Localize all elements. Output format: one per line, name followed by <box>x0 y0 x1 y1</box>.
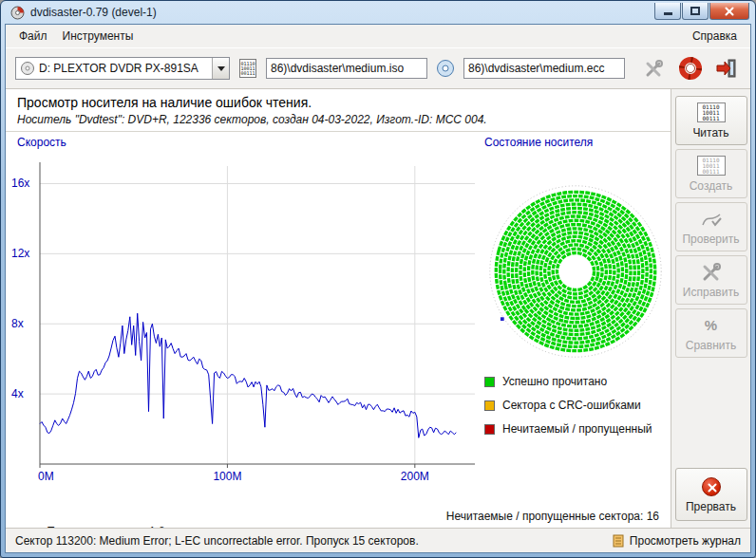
log-icon <box>613 534 625 548</box>
medium-info: Носитель "Dvdtest": DVD+R, 122336 сектор… <box>17 113 659 126</box>
verify-button-label: Проверить <box>682 232 739 246</box>
maximize-button[interactable] <box>682 3 709 20</box>
legend: Успешно прочитано Сектора с CRC-ошибками… <box>481 375 652 436</box>
tools-icon <box>644 58 665 79</box>
legend-label-unreadable: Нечитаемый / пропущенный <box>502 422 652 436</box>
view-log-button[interactable]: Просмотреть журнал <box>613 534 741 548</box>
quit-toolbar-button[interactable] <box>712 55 741 82</box>
verify-curve-icon <box>701 210 722 229</box>
action-header: Просмотр носителя на наличие ошибок чтен… <box>6 89 671 132</box>
wrench-icon <box>701 263 722 282</box>
stop-button-label: Прервать <box>686 500 736 513</box>
menu-help[interactable]: Справка <box>685 27 745 46</box>
help-toolbar-button[interactable] <box>676 55 705 82</box>
create-button: 011101001100111 Создать <box>675 149 747 198</box>
legend-item-ok: Успешно прочитано <box>484 375 652 388</box>
disc-spiral <box>487 183 664 360</box>
view-log-label: Просмотреть журнал <box>630 534 741 548</box>
compare-button: % Сравнить <box>675 308 747 358</box>
percent-icon: % <box>705 317 717 333</box>
status-message: Сектор 113200: Medium Error; L-EC uncorr… <box>15 534 613 548</box>
drive-selector[interactable]: D: PLEXTOR DVDR PX-891SA <box>15 57 230 80</box>
statusbar: Сектор 113200: Medium Error; L-EC uncorr… <box>6 528 750 552</box>
stop-wrap: Прервать <box>674 466 747 523</box>
legend-swatch-unreadable <box>484 424 495 435</box>
action-sidebar: 011101001100111 Читать 011101001100111 С… <box>671 89 750 528</box>
stop-icon <box>702 477 721 496</box>
svg-text:100M: 100M <box>213 470 241 483</box>
content-area: Просмотр носителя на наличие ошибок чтен… <box>6 89 750 528</box>
legend-item-unreadable: Нечитаемый / пропущенный <box>484 422 652 436</box>
ecc-file-icon[interactable] <box>435 58 456 79</box>
legend-swatch-ok <box>484 377 495 387</box>
fix-toolbar-button <box>640 55 669 82</box>
binary-doc-icon: 011101001100111 <box>239 59 256 78</box>
speed-label: Скорость <box>6 134 481 151</box>
svg-text:12x: 12x <box>11 247 29 260</box>
stop-button[interactable]: Прервать <box>675 468 747 521</box>
toolbar: D: PLEXTOR DVDR PX-891SA 011101001100111 <box>6 47 750 89</box>
compare-button-label: Сравнить <box>686 339 736 352</box>
menu-tools[interactable]: Инструменты <box>55 27 142 46</box>
close-button[interactable] <box>709 3 749 20</box>
speed-chart: 16x12x8x4x0M100M200M <box>6 151 481 504</box>
media-state-panel: Состояние носителя Успешно прочитано Сек… <box>481 134 671 508</box>
legend-item-crc: Сектора с CRC-ошибками <box>484 399 652 412</box>
minimize-icon <box>664 12 672 15</box>
image-file-input[interactable] <box>266 58 427 79</box>
drive-dropdown-arrow[interactable] <box>212 58 229 79</box>
verify-button: Проверить <box>675 202 747 251</box>
close-icon <box>724 6 735 17</box>
main-panel: Просмотр носителя на наличие ошибок чтен… <box>6 89 671 528</box>
media-state-label: Состояние носителя <box>481 134 593 151</box>
read-button-label: Читать <box>692 126 728 140</box>
titlebar[interactable]: dvdisaster-0.79 (devel-1) <box>5 1 751 24</box>
legend-label-ok: Успешно прочитано <box>502 375 607 388</box>
fix-button: Исправить <box>675 255 747 305</box>
svg-text:8x: 8x <box>11 317 24 330</box>
visualization-row: Скорость 16x12x8x4x0M100M200M Состояние … <box>6 134 671 508</box>
maximize-icon <box>690 7 700 15</box>
app-window: dvdisaster-0.79 (devel-1) Файл Инструмен… <box>0 0 756 558</box>
svg-text:0M: 0M <box>38 470 54 483</box>
skipped-sectors-counter: Нечитаемые / пропущенные сектора: 16 <box>6 510 671 523</box>
drive-icon <box>16 61 35 76</box>
minimize-button[interactable] <box>654 3 681 20</box>
svg-text:4x: 4x <box>11 387 24 400</box>
app-icon <box>10 6 25 20</box>
legend-label-crc: Сектора с CRC-ошибками <box>502 399 641 412</box>
ecc-file-input[interactable] <box>463 58 625 79</box>
create-button-label: Создать <box>690 179 733 193</box>
cd-icon <box>436 59 455 78</box>
image-file-icon[interactable]: 011101001100111 <box>237 58 258 79</box>
create-binary-icon: 011101001100111 <box>697 156 726 176</box>
drive-selector-value: D: PLEXTOR DVDR PX-891SA <box>35 62 212 75</box>
svg-text:200M: 200M <box>401 470 429 483</box>
action-title: Просмотр носителя на наличие ошибок чтен… <box>17 95 659 110</box>
exit-icon <box>715 57 738 80</box>
svg-text:16x: 16x <box>11 177 29 190</box>
window-client-area: Файл Инструменты Справка D: PLEXTOR DVDR… <box>5 24 751 553</box>
fix-button-label: Исправить <box>683 286 739 299</box>
caption-buttons <box>654 3 749 20</box>
read-button[interactable]: 011101001100111 Читать <box>675 96 747 145</box>
legend-swatch-crc <box>484 400 495 411</box>
speed-chart-panel: Скорость 16x12x8x4x0M100M200M <box>6 134 481 508</box>
menu-file[interactable]: Файл <box>11 27 55 46</box>
read-binary-icon: 011101001100111 <box>697 102 726 122</box>
menubar: Файл Инструменты Справка <box>6 25 750 47</box>
read-position-marker <box>501 317 504 321</box>
window-title: dvdisaster-0.79 (devel-1) <box>30 6 649 19</box>
lifebuoy-icon <box>679 57 702 80</box>
